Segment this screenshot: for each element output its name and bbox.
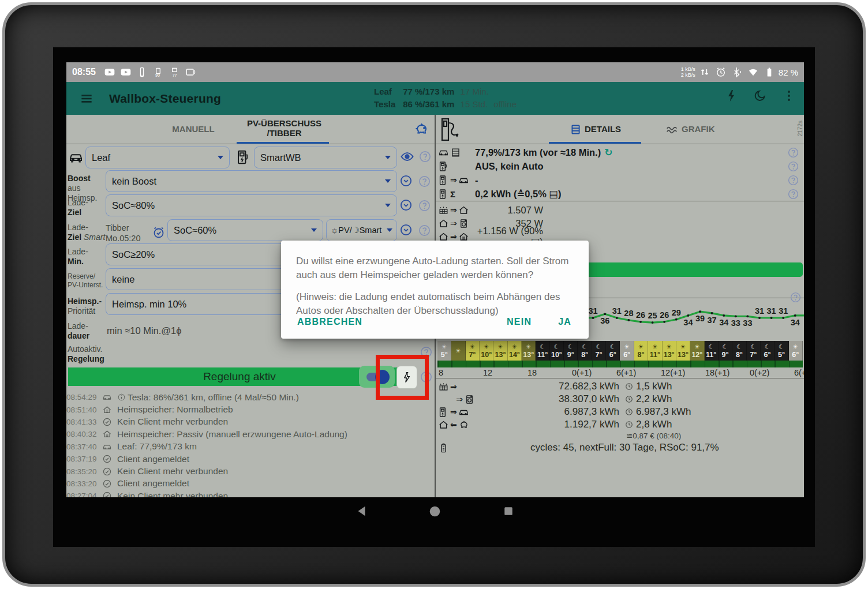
check-icon [102, 417, 112, 427]
svg-text:36: 36 [600, 316, 609, 325]
weather-cell: ☾6° [761, 341, 775, 361]
solar-panel-icon [438, 205, 449, 216]
weather-cell: ☀6° [789, 341, 803, 361]
log-row: 08:35:20Kein Client mehr verbunden [66, 465, 435, 477]
dropdown-caret [385, 156, 391, 159]
wifi-icon [747, 66, 759, 78]
car-icon [102, 392, 112, 402]
phone-notification-icon [136, 66, 148, 78]
weather-cell: ☀11° [648, 341, 662, 361]
dropdown-caret [387, 228, 392, 232]
log-time: 08:40:32 [66, 430, 102, 438]
today-clock-icon [625, 395, 633, 403]
svg-text:26: 26 [636, 310, 645, 320]
hamburger-menu-icon[interactable] [79, 91, 94, 106]
temperature-label: 5° [778, 351, 785, 359]
nein-button[interactable]: NEIN [501, 312, 537, 332]
tab-manuell[interactable]: MANUELL [164, 124, 222, 134]
tab-pv-ueberschuss[interactable]: PV-ÜBERSCHUSS/TIBBER [240, 118, 329, 138]
arrow-right-icon: ⇒ [456, 395, 463, 404]
help-icon[interactable] [418, 175, 431, 188]
sun-icon: ☀ [638, 343, 644, 351]
ladeziel-smart-select[interactable]: SoC≈60% [167, 219, 323, 241]
boost-quick-select-icon[interactable] [399, 174, 413, 187]
smart-mode-select[interactable]: ☼PV/☽Smart [326, 219, 397, 241]
car-icon [458, 407, 469, 418]
log-text: Tesla: 86%/361 km, offline (4 Mal/≈50 Mi… [117, 392, 299, 403]
svg-text:34: 34 [791, 318, 800, 327]
eye-icon[interactable] [400, 149, 414, 164]
temperature-label: 9° [722, 351, 729, 359]
help-icon[interactable] [787, 174, 799, 186]
piggy-bank-icon[interactable] [413, 121, 429, 137]
refresh-icon[interactable]: ↻ [604, 147, 612, 159]
dropdown-caret [385, 204, 391, 207]
svg-text:31: 31 [589, 306, 598, 316]
nav-back-button[interactable] [356, 505, 368, 519]
nav-recents-button[interactable] [503, 506, 514, 516]
weather-cell: ☾11° [536, 341, 549, 361]
solar-panel-icon [438, 381, 449, 392]
wallbox-icon [235, 149, 251, 165]
wallbox-large-icon [438, 117, 463, 142]
tab-details[interactable]: DETAILS [585, 124, 631, 134]
time-tick: 18 [527, 368, 537, 377]
quick-select-icon[interactable] [399, 223, 413, 237]
screenshot-stage: 08:55 90 77 1 kB/s2 kB/s 82 % Wallbo [0, 0, 868, 589]
time-axis: 812180(+1)6(+1)12(+1)18(+1)0(+2)6(+2) [437, 368, 803, 377]
ladeziel-label: Lade-Ziel [68, 198, 106, 217]
help-icon[interactable] [787, 147, 799, 159]
alarm-status-icon [715, 66, 727, 78]
temperature-label: 12° [691, 351, 702, 359]
quick-select-icon[interactable] [399, 198, 413, 212]
list-icon [450, 147, 461, 158]
boost-select[interactable]: kein Boost [106, 170, 397, 192]
right-tab-bar: DETAILS GRAFIK 2172s [436, 115, 804, 144]
ladeziel-select[interactable]: SoC≈80% [106, 194, 397, 216]
section-divider [436, 201, 804, 201]
help-icon[interactable] [787, 188, 799, 200]
battery-77-notification-icon: 77 [169, 66, 180, 78]
wallbox-icon [438, 175, 449, 186]
temperature-label: 6° [792, 351, 799, 359]
moon-icon: ☾ [723, 343, 728, 351]
flash-action-icon[interactable] [724, 89, 738, 103]
temperature-label: 11° [706, 351, 716, 359]
svg-text:28: 28 [624, 309, 633, 318]
weather-cell: ☀13° [663, 341, 676, 361]
alarm-check-icon[interactable] [152, 226, 166, 239]
homebattery-icon [102, 429, 112, 439]
car-icon [68, 149, 84, 165]
time-tick: 12(+1) [661, 368, 685, 377]
weather-cell: ☾7° [747, 341, 761, 361]
wallbox-state-row: AUS, kein Auto [438, 159, 802, 173]
overflow-menu-icon[interactable] [782, 89, 796, 103]
svg-text:34: 34 [683, 318, 693, 327]
log-time: 08:27:04 [66, 492, 102, 497]
help-icon[interactable] [787, 160, 799, 172]
moon-icon: ☾ [582, 343, 588, 351]
weather-cell: ☾9° [719, 341, 732, 361]
tibber-schedule-label: TibberMo.05:20 [106, 223, 152, 243]
log-time: 08:51:40 [66, 406, 102, 414]
active-tab-underline [549, 142, 641, 144]
sun-icon: ☀ [526, 343, 532, 351]
log-text: Kein Client mehr verbunden [117, 417, 228, 427]
sun-icon: ☀ [624, 343, 630, 351]
weather-cell: ☾7° [592, 341, 606, 361]
abbrechen-button[interactable]: ABBRECHEN [291, 312, 368, 332]
dark-mode-moon-icon[interactable] [753, 89, 767, 103]
vehicle-select[interactable]: Leaf [85, 147, 230, 168]
nav-home-button[interactable] [429, 505, 441, 517]
help-icon[interactable] [418, 224, 431, 237]
help-icon[interactable] [418, 199, 431, 212]
wallbox-select[interactable]: SmartWB [254, 147, 397, 168]
charge-plan-strip [437, 361, 803, 367]
tablet-notification-icon [185, 66, 196, 78]
sun-icon: ☀ [666, 343, 672, 351]
tab-grafik[interactable]: GRAFIK [682, 124, 728, 134]
ja-button[interactable]: JA [552, 312, 577, 332]
sun-icon: ☀ [455, 347, 461, 355]
help-icon[interactable] [418, 150, 432, 163]
car-icon [438, 147, 449, 158]
